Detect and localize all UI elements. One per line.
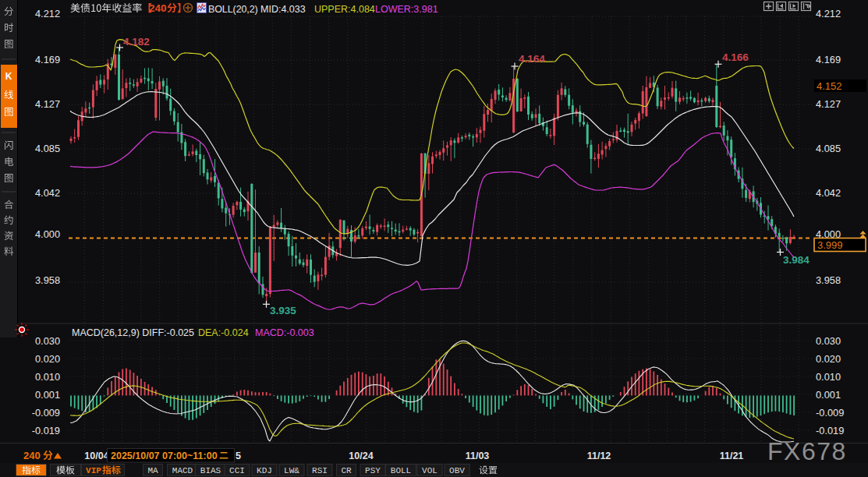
svg-text:240: 240 bbox=[149, 2, 167, 14]
svg-text:BOLL: BOLL bbox=[391, 466, 411, 475]
svg-text:11/03: 11/03 bbox=[466, 450, 490, 461]
svg-text:DEA:-0.024: DEA:-0.024 bbox=[198, 327, 249, 338]
svg-text:4.182: 4.182 bbox=[123, 36, 150, 48]
svg-text:OBV: OBV bbox=[449, 466, 465, 475]
svg-text:MA: MA bbox=[147, 466, 158, 475]
svg-text:K: K bbox=[5, 71, 12, 82]
svg-text:CCI: CCI bbox=[229, 466, 245, 475]
svg-text:UPPER:4.084: UPPER:4.084 bbox=[314, 4, 375, 15]
svg-text:CR: CR bbox=[341, 466, 352, 475]
svg-text:11/12: 11/12 bbox=[587, 450, 611, 461]
svg-text:3.984: 3.984 bbox=[783, 254, 810, 266]
svg-text:RSI: RSI bbox=[312, 466, 328, 475]
svg-text:10/04: 10/04 bbox=[84, 450, 108, 461]
svg-text:11/21: 11/21 bbox=[720, 450, 744, 461]
svg-text:10/24: 10/24 bbox=[349, 450, 373, 461]
svg-text:MACD(26,12,9) DIFF:-0.025: MACD(26,12,9) DIFF:-0.025 bbox=[72, 327, 194, 338]
svg-text:3.935: 3.935 bbox=[270, 305, 296, 316]
svg-text:MID:4.033: MID:4.033 bbox=[260, 4, 306, 15]
svg-text:PSY: PSY bbox=[365, 466, 381, 475]
svg-text:4.152: 4.152 bbox=[817, 80, 842, 92]
svg-text:2025/10/07 07:00~11:00: 2025/10/07 07:00~11:00 bbox=[111, 450, 218, 461]
svg-text:KDJ: KDJ bbox=[257, 466, 272, 475]
svg-text:3.999: 3.999 bbox=[817, 239, 843, 251]
svg-text:4.166: 4.166 bbox=[722, 51, 749, 63]
svg-text:5: 5 bbox=[236, 450, 241, 461]
svg-text:MACD: MACD bbox=[172, 466, 193, 475]
svg-text:LW&: LW& bbox=[284, 466, 299, 475]
svg-text:LOWER:3.981: LOWER:3.981 bbox=[375, 4, 438, 15]
svg-text:VOL: VOL bbox=[422, 466, 438, 475]
svg-text:BIAS: BIAS bbox=[200, 466, 221, 475]
svg-text:240: 240 bbox=[23, 450, 41, 461]
svg-text:VIP: VIP bbox=[86, 466, 101, 475]
svg-text:FX678: FX678 bbox=[767, 437, 847, 465]
svg-text:MACD:-0.003: MACD:-0.003 bbox=[255, 327, 314, 338]
svg-text:BOLL(20,2): BOLL(20,2) bbox=[208, 4, 258, 15]
svg-text:4.164: 4.164 bbox=[519, 53, 545, 65]
